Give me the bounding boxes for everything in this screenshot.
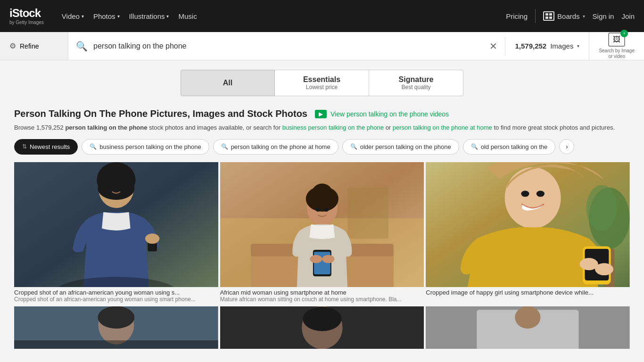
nav-right: Pricing Boards ▾ Sign in Join — [506, 9, 635, 23]
svg-point-33 — [537, 190, 545, 197]
refine-button[interactable]: ⚙ Refine — [0, 32, 68, 60]
boards-icon — [543, 11, 554, 21]
clear-icon[interactable]: ✕ — [489, 41, 497, 52]
svg-point-10 — [108, 184, 114, 189]
svg-point-44 — [303, 306, 341, 331]
nav-illustrations-label: Illustrations — [129, 12, 165, 20]
sort-icon: ⇅ — [22, 143, 27, 150]
image-card-1[interactable]: Cropped shot of an african-american youn… — [14, 162, 218, 304]
svg-point-37 — [595, 263, 613, 275]
nav-photos[interactable]: Photos ▾ — [90, 10, 124, 22]
partial-image-1[interactable] — [14, 306, 218, 349]
description-link1[interactable]: business person talking on the phone — [282, 124, 384, 131]
tab-essentials[interactable]: Essentials Lowest price — [275, 70, 369, 96]
svg-rect-15 — [347, 188, 388, 239]
svg-rect-1 — [549, 13, 552, 16]
top-nav: iStock by Getty Images Video ▾ Photos ▾ … — [0, 0, 644, 32]
chevron-down-icon-5: ▾ — [577, 43, 579, 49]
video-camera-icon: ▶ — [315, 110, 327, 118]
suggestion-business-label: business person talking on the phone — [99, 143, 201, 150]
svg-rect-0 — [545, 13, 548, 16]
partial-image-3[interactable] — [426, 306, 630, 349]
suggestion-home[interactable]: 🔍 person talking on the phone at home — [213, 139, 339, 155]
svg-point-31 — [505, 167, 561, 228]
svg-rect-2 — [545, 16, 548, 19]
image-1-title: Cropped shot of an african-american youn… — [14, 289, 218, 296]
chevron-down-icon-4: ▾ — [583, 14, 585, 19]
partial-img-3-figure — [426, 306, 630, 349]
search-pill-icon-2: 🔍 — [221, 143, 228, 150]
image-2-subtitle: Mature african woman sitting on couch at… — [220, 296, 424, 303]
search-input-area: 🔍 ✕ — [68, 41, 505, 52]
image-2-figure — [220, 162, 424, 287]
svg-point-11 — [119, 184, 124, 189]
suggestion-older-label: older person talking on the phone — [360, 143, 451, 150]
chevron-down-icon: ▾ — [82, 14, 84, 19]
nav-music-label: Music — [178, 12, 197, 20]
nav-divider — [535, 9, 536, 23]
tab-essentials-sub: Lowest price — [306, 84, 338, 90]
image-3-figure — [426, 162, 630, 287]
suggestion-old-label: old person talking on the — [481, 143, 548, 150]
image-3 — [426, 162, 630, 287]
logo[interactable]: iStock by Getty Images — [9, 7, 44, 25]
image-grid: Cropped shot of an african-american youn… — [14, 162, 630, 304]
description-link2[interactable]: person talking on the phone at home — [393, 124, 492, 131]
suggestion-business[interactable]: 🔍 business person talking on the phone — [82, 139, 209, 155]
view-videos-label: View person talking on the phone videos — [330, 110, 449, 118]
tab-all-label: All — [223, 79, 232, 87]
search-by-image-button[interactable]: 🖼 + Search by Imageor video — [589, 32, 644, 60]
description-text: Browse 1,579,252 person talking on the p… — [14, 123, 630, 132]
suggestion-old[interactable]: 🔍 old person talking on the — [463, 139, 556, 155]
svg-point-47 — [515, 306, 541, 329]
nav-signin[interactable]: Sign in — [593, 12, 614, 20]
suggestion-newest[interactable]: ⇅ Newest results — [14, 139, 78, 155]
refine-label: Refine — [20, 42, 39, 50]
partial-img-2-figure — [220, 306, 424, 349]
search-input[interactable] — [93, 42, 484, 50]
image-1-figure — [14, 162, 218, 287]
partial-img-1-figure — [14, 306, 218, 349]
view-videos-link[interactable]: ▶ View person talking on the phone video… — [315, 110, 449, 118]
refine-sliders-icon: ⚙ — [9, 41, 16, 50]
suggestion-row: ⇅ Newest results 🔍 business person talki… — [14, 139, 630, 155]
tab-signature[interactable]: Signature Best quality — [369, 70, 463, 96]
boards-grid-icon — [545, 13, 552, 19]
image-card-3[interactable]: Cropped image of happy girl using smartp… — [426, 162, 630, 304]
image-2-caption: African mid woman using smartphone at ho… — [220, 287, 424, 304]
nav-boards[interactable]: Boards ▾ — [543, 11, 585, 21]
logo-istock: iStock — [9, 7, 44, 19]
nav-pricing[interactable]: Pricing — [506, 12, 528, 20]
tab-all[interactable]: All — [181, 70, 275, 96]
svg-point-7 — [98, 177, 134, 200]
svg-rect-41 — [14, 340, 218, 349]
partial-image-2[interactable] — [220, 306, 424, 349]
nav-illustrations[interactable]: Illustrations ▾ — [125, 10, 173, 22]
image-3-caption: Cropped image of happy girl using smartp… — [426, 287, 630, 298]
results-count-area[interactable]: 1,579,252 Images ▾ — [505, 42, 589, 50]
suggestion-older[interactable]: 🔍 older person talking on the phone — [342, 139, 459, 155]
svg-rect-3 — [549, 16, 552, 19]
image-2-title: African mid woman using smartphone at ho… — [220, 289, 424, 296]
image-card-2[interactable]: African mid woman using smartphone at ho… — [220, 162, 424, 304]
nav-links: Video ▾ Photos ▾ Illustrations ▾ Music — [58, 10, 201, 22]
nav-join[interactable]: Join — [621, 12, 635, 20]
chevron-down-icon-3: ▾ — [166, 14, 169, 19]
nav-music[interactable]: Music — [174, 10, 200, 22]
image-1-subtitle: Cropped shot of an african-american youn… — [14, 296, 218, 303]
tab-signature-sub: Best quality — [401, 84, 430, 90]
nav-video-label: Video — [62, 12, 80, 20]
search-by-image-text: Search by Imageor video — [599, 48, 635, 59]
search-by-image-icon: 🖼 + — [608, 33, 625, 47]
svg-point-23 — [310, 255, 322, 263]
image-2 — [220, 162, 424, 287]
svg-point-40 — [98, 306, 134, 329]
next-arrow-button[interactable]: › — [559, 139, 574, 154]
search-icon: 🔍 — [76, 41, 88, 52]
nav-video[interactable]: Video ▾ — [58, 10, 88, 22]
image-1-caption: Cropped shot of an african-american youn… — [14, 287, 218, 304]
filter-tabs: All Essentials Lowest price Signature Be… — [0, 60, 644, 101]
main-area: All Essentials Lowest price Signature Be… — [0, 60, 644, 362]
svg-point-26 — [323, 207, 329, 212]
svg-point-24 — [322, 255, 334, 263]
